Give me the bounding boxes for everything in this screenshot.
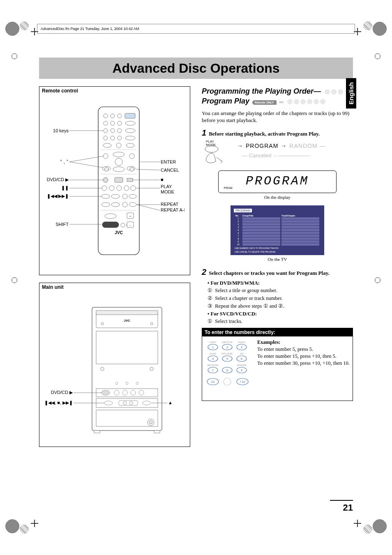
svg-text:10: 10 (211, 380, 215, 384)
svg-point-87 (139, 390, 144, 395)
corner-mark-icon (4, 518, 21, 534)
svg-point-44 (101, 203, 110, 207)
svg-point-130 (224, 378, 231, 385)
callout-cancel: CANCEL (161, 168, 179, 173)
callout-mu-transport: ❚◀◀, ■, ▶▶❚ (45, 400, 73, 405)
svg-text:JVC: JVC (124, 319, 130, 322)
page-title: Advanced Disc Operations (112, 61, 279, 76)
svg-point-40 (101, 194, 110, 198)
hatch-mark-icon (20, 21, 29, 30)
disc-icon (331, 89, 337, 94)
svg-point-14 (104, 136, 108, 140)
svg-text:–: – (129, 223, 131, 227)
tv-note2: USE CANCEL TO DELETE THE PROGRAM. (235, 251, 320, 253)
svg-text:SUB TITLE: SUB TITLE (222, 341, 233, 343)
svg-rect-52 (102, 222, 119, 228)
svg-point-27 (113, 167, 125, 172)
svg-point-17 (125, 136, 135, 140)
example-3: To enter number 30, press +10, +10, then… (257, 360, 350, 367)
svg-point-77 (101, 367, 104, 371)
svg-point-24 (129, 154, 134, 159)
enter-numbers-box: To enter the numbers directly: AUDIOSUB … (202, 328, 353, 401)
svg-point-78 (150, 367, 153, 371)
callout-mu-eject: ▲ (168, 400, 173, 405)
svg-point-39 (131, 186, 136, 191)
registration-mark-icon (31, 520, 38, 527)
svg-point-80 (126, 382, 128, 385)
callout-repeatab: REPEAT A-B (161, 207, 184, 212)
disc-icon (325, 89, 330, 94)
svg-point-13 (125, 129, 135, 133)
hatch-mark-icon (363, 21, 372, 30)
enter-header: To enter the numbers directly: (202, 328, 353, 336)
disc-icon (307, 99, 312, 104)
callout-updown: ˄ , ˅ (60, 159, 69, 164)
svg-point-74 (101, 322, 104, 325)
svg-point-92 (129, 401, 133, 405)
svg-rect-34 (127, 178, 133, 182)
svg-point-20 (126, 143, 134, 147)
svg-text:8: 8 (226, 368, 228, 372)
svg-point-96 (149, 421, 152, 424)
display-text: PROGRAM (222, 174, 332, 188)
remote-only-badge: Remote ONLY (252, 100, 276, 105)
svg-point-18 (103, 143, 111, 147)
svg-point-35 (102, 186, 107, 191)
svg-text:ANGLE: ANGLE (238, 341, 246, 343)
svg-point-79 (115, 382, 118, 385)
side-mark-icon (375, 53, 380, 59)
remote-svg: + – JVC (45, 99, 184, 271)
step-num: 2 (202, 267, 206, 277)
svg-text:ZOOM: ZOOM (210, 352, 216, 355)
svg-point-6 (104, 121, 108, 125)
svg-point-3 (111, 114, 115, 118)
step-text: Before starting playback, activate Progr… (209, 131, 320, 137)
svg-rect-98 (154, 431, 160, 433)
svg-point-2 (104, 114, 108, 118)
svg-text:+10: +10 (240, 380, 245, 384)
svg-point-89 (104, 401, 113, 405)
example-1: To enter number 5, press 5. (257, 346, 350, 353)
callout-stop: ■ (161, 177, 164, 182)
side-mark-icon (375, 277, 380, 283)
svg-text:+: + (129, 214, 131, 218)
svg-text:FM MODE: FM MODE (237, 364, 247, 366)
svg-point-30 (104, 167, 108, 171)
examples-heading: Examples: (257, 339, 350, 346)
svg-point-36 (109, 186, 114, 191)
svg-text:1: 1 (212, 345, 214, 349)
section-heading-a: Programming the Playing Order— (202, 87, 321, 95)
svg-point-31 (130, 167, 134, 171)
svg-text:3: 3 (241, 345, 243, 349)
svg-point-8 (118, 121, 122, 125)
svg-text:7: 7 (212, 368, 214, 372)
svg-point-45 (111, 203, 120, 207)
callout-playmode-b: MODE (161, 189, 174, 194)
svg-rect-33 (115, 177, 123, 182)
svg-point-10 (104, 129, 108, 133)
svg-point-91 (123, 401, 127, 405)
callout-pause: ❚❚ (61, 185, 69, 191)
play-mode-diagram: PLAYMODE →PROGRAM→RANDOM — — Canceled ←—… (202, 140, 353, 166)
mode-flow-canceled: — Canceled ←—————— (242, 152, 310, 159)
disc-icon (294, 99, 299, 104)
svg-point-93 (143, 401, 151, 405)
mode-flow: →PROGRAM→RANDOM — (235, 143, 353, 149)
svg-text:9: 9 (241, 368, 243, 372)
svg-point-83 (101, 390, 110, 395)
hand-press-icon (202, 145, 224, 164)
svg-point-12 (118, 129, 122, 133)
svg-point-32 (103, 177, 108, 182)
step-num: 1 (202, 128, 206, 138)
step-text: Select chapters or tracks you want for P… (209, 270, 330, 276)
step2-list: • For DVD/MP3/WMA: ① Select a title or g… (208, 279, 353, 326)
svg-line-69 (137, 205, 160, 210)
section-intro: You can arrange the playing order of the… (202, 110, 353, 124)
tv-panel: PROGRAM NoGroup/TitleTrack/Chapter 1 2 3… (231, 205, 324, 255)
keypad-diagram: AUDIOSUB TITLEANGLE 123 ZOOMDVD LEVELVFP (205, 339, 254, 398)
corner-mark-icon (371, 21, 388, 37)
svg-point-22 (103, 154, 108, 159)
svg-rect-5 (125, 113, 135, 118)
disc-icon (338, 89, 343, 94)
disc-icon (314, 99, 319, 104)
